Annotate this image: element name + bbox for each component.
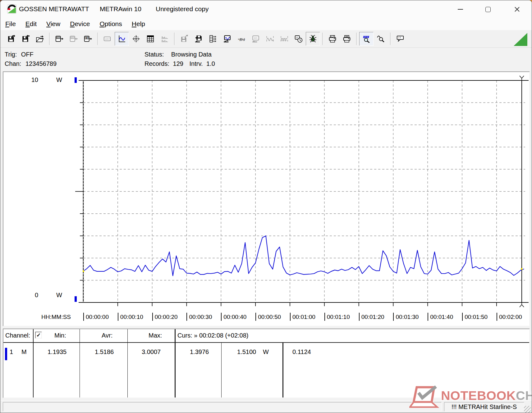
cell-mode: M bbox=[21, 348, 27, 356]
channel-color-bar bbox=[5, 348, 7, 360]
cursor1-value-dot bbox=[83, 270, 84, 272]
minimize-button[interactable] bbox=[454, 3, 467, 15]
cell-max: 3.0007 bbox=[142, 348, 161, 356]
x-tick-mark bbox=[324, 313, 325, 321]
maximize-button[interactable] bbox=[481, 3, 494, 15]
device-321-out-icon: 321 bbox=[55, 35, 64, 43]
speech-bubble-icon: !? bbox=[396, 35, 405, 43]
x-tick-mark bbox=[428, 313, 428, 321]
records-label: Records: bbox=[144, 60, 169, 67]
x-tick-mark bbox=[359, 313, 360, 321]
power-series-line bbox=[83, 236, 524, 276]
x-tick-label: 00:01:40 bbox=[430, 314, 453, 320]
record-to-disk-button[interactable] bbox=[191, 32, 206, 46]
crosshair-icon bbox=[132, 35, 140, 43]
status-value: Browsing Data bbox=[171, 51, 212, 58]
open-data-file-button[interactable] bbox=[4, 32, 18, 46]
title-bar: GOSSEN METRAWATT METRAwin 10 Unregistere… bbox=[0, 0, 532, 18]
floppy-share-icon bbox=[180, 35, 189, 43]
channel-setup-button[interactable] bbox=[206, 32, 220, 46]
cell-avr: 1.5186 bbox=[95, 348, 114, 356]
menu-device[interactable]: Device bbox=[70, 20, 90, 28]
multimeter-display-button: 1257 bbox=[100, 32, 115, 46]
cell-delta: 0.1124 bbox=[292, 348, 311, 356]
send-device-button: 321 bbox=[66, 32, 81, 46]
col-min-header: Min: bbox=[54, 332, 66, 339]
close-button[interactable] bbox=[511, 3, 524, 15]
grid-icon bbox=[146, 35, 155, 43]
cell-cursor2: 1.5100 bbox=[237, 348, 256, 356]
device-m-out-icon: M bbox=[84, 35, 92, 43]
print-preview-button[interactable] bbox=[325, 32, 340, 46]
notebookcheck-laptop-icon bbox=[409, 385, 441, 412]
x-tick-label: 00:00:10 bbox=[120, 314, 143, 320]
menu-options[interactable]: Options bbox=[99, 20, 122, 28]
xy-chart-view-button[interactable] bbox=[129, 32, 143, 46]
formula-editor-button[interactable]: =f(x) bbox=[234, 32, 249, 46]
print-button[interactable] bbox=[340, 32, 354, 46]
cell-channel: 1 bbox=[10, 348, 13, 356]
x-tick-label: 00:01:00 bbox=[292, 314, 315, 320]
chan-value: 123456789 bbox=[25, 60, 57, 67]
toolbar-separator bbox=[49, 33, 50, 45]
open-folder-button[interactable] bbox=[33, 32, 47, 46]
hints-button[interactable]: !? bbox=[393, 32, 407, 46]
yt-chart-view-button[interactable] bbox=[115, 32, 129, 46]
x-tick-mark bbox=[221, 313, 222, 321]
channel-visible-checkbox[interactable]: ✓ bbox=[35, 332, 42, 338]
chart-panel: 10 W 0 W HH:MM:SS 00:00:0000:00:1000:00:… bbox=[3, 71, 530, 326]
analog-output-button bbox=[263, 32, 277, 46]
clock-device-icon: 12 bbox=[294, 35, 303, 43]
chan-label: Chan: bbox=[5, 60, 21, 67]
trig-label: Trig: bbox=[5, 51, 17, 58]
x-tick-label: 00:00:50 bbox=[258, 314, 281, 320]
read-device-button[interactable]: 321 bbox=[52, 32, 66, 46]
statistics-view-button bbox=[158, 32, 172, 46]
cell-min: 1.1935 bbox=[48, 348, 66, 356]
table-divider bbox=[80, 329, 80, 397]
x-tick-mark bbox=[118, 313, 118, 321]
col-max-header: Max: bbox=[149, 332, 162, 339]
zoom-curves-button[interactable] bbox=[359, 32, 374, 46]
status-label: Status: bbox=[144, 51, 164, 58]
x-tick-label: 00:01:30 bbox=[396, 314, 419, 320]
menu-file[interactable]: File bbox=[5, 20, 16, 28]
power-chart[interactable] bbox=[3, 72, 529, 326]
device-321-in-icon: 321 bbox=[69, 35, 78, 43]
svg-text:1257: 1257 bbox=[105, 38, 110, 40]
table-header-divider bbox=[3, 342, 529, 343]
svg-text:12: 12 bbox=[296, 37, 298, 39]
save-data-file-button[interactable] bbox=[18, 32, 33, 46]
yt-curve-icon bbox=[117, 35, 126, 43]
live-monitor-button[interactable] bbox=[220, 32, 234, 46]
x-tick-label: 00:00:00 bbox=[86, 314, 109, 320]
menu-view[interactable]: View bbox=[46, 20, 60, 28]
y-axis-unit-top: W bbox=[56, 76, 62, 84]
export-data-button bbox=[177, 32, 191, 46]
col-cursor-header: Curs: » 00:02:08 (+02:08) bbox=[177, 332, 248, 339]
bug-icon bbox=[309, 35, 317, 43]
data-table-view-button[interactable] bbox=[143, 32, 158, 46]
read-memory-button[interactable]: M bbox=[81, 32, 95, 46]
toolbar-separator bbox=[322, 33, 323, 45]
y-max-channel-marker[interactable] bbox=[75, 77, 77, 83]
x-axis-labels: HH:MM:SS 00:00:0000:00:1000:00:2000:00:3… bbox=[3, 312, 529, 322]
demo-mode-button[interactable] bbox=[306, 32, 320, 46]
watermark-notebook-text: NOTEBOOK bbox=[441, 388, 516, 403]
cursor2-value-dot bbox=[521, 268, 523, 270]
floppy-out-icon bbox=[7, 35, 16, 43]
col-avr-header: Avr: bbox=[102, 332, 112, 339]
y-min-channel-marker[interactable] bbox=[75, 296, 77, 302]
printer-icon bbox=[342, 35, 351, 43]
floppy-record-icon bbox=[194, 35, 203, 43]
cell-cursor1: 1.3976 bbox=[190, 348, 209, 356]
menu-edit[interactable]: Edit bbox=[25, 20, 37, 28]
menu-help[interactable]: Help bbox=[132, 20, 145, 28]
time-settings-button[interactable]: 12 bbox=[291, 32, 306, 46]
x-tick-mark bbox=[290, 313, 291, 321]
x-tick-mark bbox=[186, 313, 187, 321]
table-divider bbox=[127, 329, 128, 397]
trig-value: OFF bbox=[21, 51, 34, 58]
zoom-window-button[interactable] bbox=[374, 32, 388, 46]
interval-label: Intrv. bbox=[190, 60, 203, 67]
